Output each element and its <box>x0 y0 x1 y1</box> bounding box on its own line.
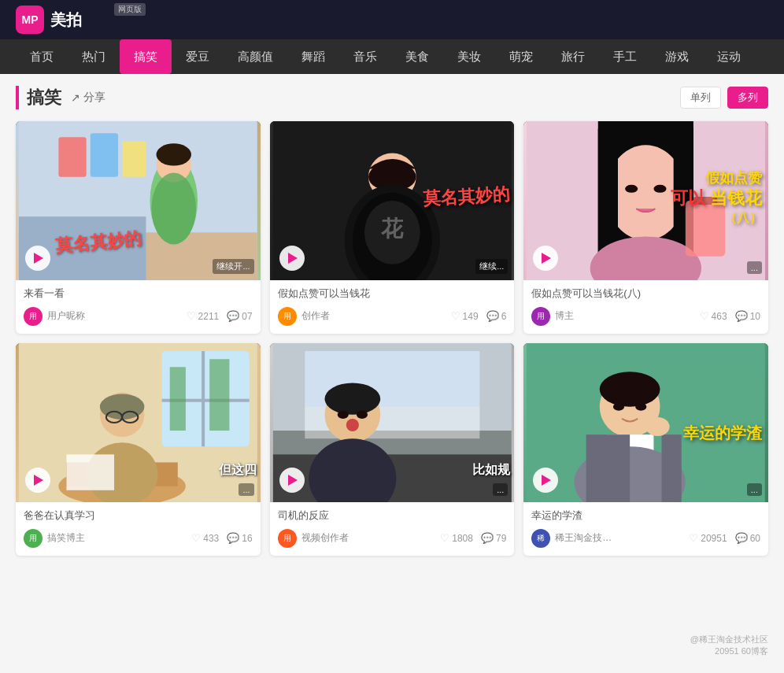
comment-number: 6 <box>501 311 507 322</box>
comment-icon: 💬 <box>486 310 499 322</box>
video-meta: 用 视频创作者 ♡ 1808 💬 79 <box>278 529 507 548</box>
multi-column-button[interactable]: 多列 <box>727 87 768 109</box>
play-button[interactable] <box>279 468 305 493</box>
video-grid: 莫名其妙的 继续开... 来看一看 用 用户昵称 ♡ 2211 <box>16 121 768 556</box>
like-number: 20951 <box>701 533 727 544</box>
svg-point-52 <box>337 411 348 419</box>
like-count: ♡ 1808 <box>440 532 473 544</box>
logo-icon: MP <box>16 6 44 34</box>
svg-point-51 <box>324 383 380 414</box>
play-button[interactable] <box>25 246 50 271</box>
svg-text:花: 花 <box>380 216 404 241</box>
video-card[interactable]: 花 莫名其妙的 继续... 假如点赞可以当钱花 用 创作者 ♡ <box>270 121 515 334</box>
nav-item-pretty[interactable]: 高颜值 <box>224 39 287 74</box>
nav-item-game[interactable]: 游戏 <box>651 39 703 74</box>
like-count: ♡ 20951 <box>689 532 727 544</box>
svg-rect-42 <box>66 454 114 490</box>
video-thumbnail[interactable]: 莫名其妙的 继续开... <box>16 121 261 280</box>
comment-number: 16 <box>242 533 252 544</box>
svg-point-6 <box>151 173 196 245</box>
avatar: 用 <box>24 307 43 326</box>
play-button[interactable] <box>533 468 558 493</box>
thumbnail-image <box>16 121 261 280</box>
nav-item-makeup[interactable]: 美妆 <box>443 39 495 74</box>
nav-item-idol[interactable]: 爱豆 <box>172 39 224 74</box>
nav-item-funny[interactable]: 搞笑 <box>120 39 172 74</box>
like-number: 463 <box>712 311 727 322</box>
thumbnail-bg: 假如点赞 可以 当钱花 （八） <box>523 121 768 280</box>
play-button[interactable] <box>25 468 50 493</box>
video-info: 爸爸在认真学习 用 搞笑博主 ♡ 433 💬 16 <box>16 502 261 556</box>
logo-area[interactable]: MP 美拍 <box>16 6 82 34</box>
comment-icon: 💬 <box>227 310 239 322</box>
nav-item-sport[interactable]: 运动 <box>703 39 755 74</box>
author-info: 用 视频创作者 <box>278 529 349 548</box>
video-stats: ♡ 2211 💬 07 <box>187 310 253 322</box>
svg-rect-7 <box>58 137 86 176</box>
comment-count: 💬 79 <box>481 532 506 544</box>
nav-item-home[interactable]: 首页 <box>16 39 68 74</box>
svg-rect-32 <box>170 367 186 431</box>
video-tag: ... <box>747 261 762 274</box>
nav-item-travel[interactable]: 旅行 <box>547 39 599 74</box>
comment-number: 79 <box>496 533 506 544</box>
avatar: 用 <box>278 307 297 326</box>
svg-point-5 <box>157 143 191 165</box>
svg-point-59 <box>613 403 624 411</box>
thumbnail-bg: 比如规 <box>270 343 515 502</box>
video-card[interactable]: 假如点赞 可以 当钱花 （八） ... 假如点赞可以当钱花(八) 用 博主 <box>523 121 768 334</box>
author-info: 用 用户昵称 <box>24 307 85 326</box>
author-info: 用 搞笑博主 <box>24 529 85 548</box>
avatar: 用 <box>24 529 43 548</box>
video-overlay-text: 假如点赞 可以 当钱花 （八） <box>671 169 762 227</box>
comment-number: 10 <box>750 311 760 322</box>
video-card[interactable]: 比如规 ... 司机的反应 用 视频创作者 ♡ 1808 <box>270 343 515 556</box>
video-thumbnail[interactable]: 比如规 ... <box>270 343 515 502</box>
author-name: 博主 <box>555 309 574 323</box>
thumbnail-bg: 莫名其妙的 <box>16 121 261 280</box>
like-number: 1808 <box>452 533 473 544</box>
heart-icon: ♡ <box>700 310 709 322</box>
main-content: 搞笑 ↗ 分享 单列 多列 <box>0 74 784 568</box>
comment-icon: 💬 <box>735 532 748 544</box>
video-meta: 用 创作者 ♡ 149 💬 6 <box>278 307 507 326</box>
video-thumbnail[interactable]: 幸运的学渣 ... <box>523 343 768 502</box>
video-card[interactable]: 但这四 ... 爸爸在认真学习 用 搞笑博主 ♡ 433 <box>16 343 261 556</box>
video-thumbnail[interactable]: 但这四 ... <box>16 343 261 502</box>
comment-count: 💬 07 <box>227 310 252 322</box>
video-card[interactable]: 幸运的学渣 ... 幸运的学渣 稀 稀王淘金技术社区 ♡ 20951 <box>523 343 768 556</box>
video-info: 来看一看 用 用户昵称 ♡ 2211 💬 07 <box>16 280 261 334</box>
comment-icon: 💬 <box>481 532 494 544</box>
video-stats: ♡ 20951 💬 60 <box>689 532 760 544</box>
video-thumbnail[interactable]: 假如点赞 可以 当钱花 （八） ... <box>523 121 768 280</box>
navigation: 首页 热门 搞笑 爱豆 高颜值 舞蹈 音乐 美食 美妆 萌宠 旅行 手工 游戏 … <box>0 39 784 74</box>
nav-item-food[interactable]: 美食 <box>391 39 443 74</box>
svg-point-24 <box>654 185 667 193</box>
video-info: 假如点赞可以当钱花 用 创作者 ♡ 149 💬 6 <box>270 280 515 334</box>
video-thumbnail[interactable]: 花 莫名其妙的 继续... <box>270 121 515 280</box>
nav-item-pet[interactable]: 萌宠 <box>495 39 547 74</box>
video-tag: ... <box>493 483 508 496</box>
nav-item-hot[interactable]: 热门 <box>68 39 120 74</box>
logo-initials: MP <box>22 13 39 26</box>
like-count: ♡ 149 <box>451 310 479 322</box>
nav-item-dance[interactable]: 舞蹈 <box>287 39 339 74</box>
like-count: ♡ 433 <box>191 532 219 544</box>
heart-icon: ♡ <box>689 532 698 544</box>
video-meta: 用 用户昵称 ♡ 2211 💬 07 <box>24 307 253 326</box>
video-description: 假如点赞可以当钱花(八) <box>531 287 760 301</box>
comment-icon: 💬 <box>735 310 748 322</box>
video-card[interactable]: 莫名其妙的 继续开... 来看一看 用 用户昵称 ♡ 2211 <box>16 121 261 334</box>
comment-count: 💬 10 <box>735 310 760 322</box>
video-description: 司机的反应 <box>278 508 507 523</box>
author-info: 用 创作者 <box>278 307 330 326</box>
play-button[interactable] <box>279 246 305 271</box>
video-tag: 继续... <box>475 259 508 274</box>
video-meta: 用 博主 ♡ 463 💬 10 <box>531 307 760 326</box>
nav-item-handcraft[interactable]: 手工 <box>599 39 651 74</box>
nav-item-music[interactable]: 音乐 <box>339 39 391 74</box>
header: MP 美拍 网页版 <box>0 0 784 39</box>
video-description: 爸爸在认真学习 <box>24 508 253 523</box>
single-column-button[interactable]: 单列 <box>680 87 721 109</box>
share-button[interactable]: ↗ 分享 <box>71 91 105 105</box>
